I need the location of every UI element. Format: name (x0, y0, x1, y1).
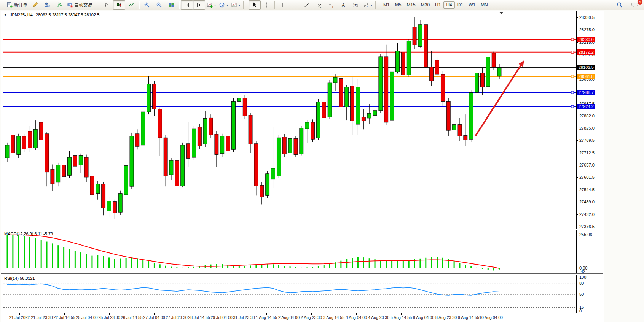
signals-button[interactable] (53, 0, 65, 10)
timeframe-button-H4[interactable]: H4 (443, 1, 454, 9)
timeframe-button-M5[interactable]: M5 (392, 1, 404, 9)
bull-candle (124, 165, 128, 195)
time-tick-mark (222, 313, 222, 315)
horizontal-line-button[interactable] (289, 0, 301, 10)
timeframe-button-W1[interactable]: W1 (466, 1, 478, 9)
timeframe-button-H1[interactable]: H1 (432, 1, 443, 9)
signal-waves-icon (56, 2, 62, 8)
periods-caret-icon[interactable]: ▾ (226, 3, 228, 7)
price-tick-label: 27657.0 (579, 163, 595, 167)
time-tick-mark (109, 313, 110, 315)
time-tick-mark (446, 313, 446, 315)
megaphone-button[interactable] (29, 0, 41, 10)
price-tag: 28102.5 (577, 65, 595, 70)
bull-candle (345, 87, 349, 107)
time-axis[interactable]: 21 Jul 202221 Jul 23:3022 Jul 14:5525 Ju… (1, 313, 603, 322)
cursor-button[interactable] (249, 0, 261, 10)
time-axis-label: 1 Aug 14:55 (256, 315, 277, 320)
main-price-pane: ▼ JPN225-,H4 28062.5 28117.5 28047.5 281… (1, 11, 603, 229)
templates-caret-icon[interactable]: ▾ (239, 3, 240, 7)
timeframe-button-M30[interactable]: M30 (418, 1, 432, 9)
timeframe-button-D1[interactable]: D1 (455, 1, 466, 9)
new-order-button[interactable]: 新订单 (5, 0, 29, 10)
line-chart-icon (128, 2, 134, 8)
time-tick-mark (401, 313, 402, 315)
templates-icon (231, 2, 237, 8)
bull-candle (469, 92, 473, 139)
time-axis-label: 5 Aug 14:55 (391, 315, 412, 320)
bear-candle (62, 165, 66, 177)
zoom-in-button[interactable] (141, 0, 153, 10)
toolbar-separator (179, 1, 179, 9)
indicators-button[interactable]: ▾ (205, 0, 217, 10)
chart-title: ▼ JPN225-,H4 28062.5 28117.5 28047.5 281… (4, 13, 99, 17)
text-label-button[interactable]: T (349, 0, 362, 10)
indicators-caret-icon[interactable]: ▾ (214, 3, 216, 7)
symbol-dropdown-icon[interactable]: ▼ (4, 13, 7, 17)
bull-candle (203, 118, 207, 144)
macd-plot[interactable] (3, 230, 576, 273)
bull-candle (96, 184, 100, 193)
timeframe-button-MN[interactable]: MN (478, 1, 491, 9)
rsi-plot[interactable] (3, 275, 576, 313)
price-tick-mark (577, 153, 578, 153)
text-label-letter: T (355, 3, 357, 7)
line-anchor[interactable] (571, 75, 574, 78)
chart-window: ▼ JPN225-,H4 28062.5 28117.5 28047.5 281… (1, 11, 604, 322)
rsi-label: RSI(14) 56.3121 (4, 276, 35, 281)
search-button[interactable] (614, 0, 626, 10)
arrows-caret-icon[interactable]: ▾ (371, 3, 372, 7)
timeframe-button-M1[interactable]: M1 (381, 1, 392, 9)
line-anchor[interactable] (571, 105, 574, 108)
periods-button[interactable]: ▾ (217, 0, 230, 10)
zoom-out-button[interactable] (153, 0, 165, 10)
tile-windows-button[interactable] (165, 0, 177, 10)
line-chart-button[interactable] (125, 0, 137, 10)
chart-shift-button[interactable] (193, 0, 205, 10)
equidistant-channel-button[interactable]: E (313, 0, 325, 10)
bear-candle (11, 135, 15, 153)
bear-candle (401, 52, 405, 75)
notifications-button[interactable]: 1 (629, 0, 641, 10)
bull-candle (486, 57, 490, 87)
main-chart-plot[interactable] (3, 11, 576, 229)
line-anchor[interactable] (571, 91, 574, 94)
bear-candle (28, 131, 32, 148)
timeframe-button-M15[interactable]: M15 (404, 1, 418, 9)
bar-chart-button[interactable] (101, 0, 113, 10)
trendline-button[interactable] (301, 0, 313, 10)
bear-candle (45, 134, 49, 172)
arrows-button[interactable]: ▾ (362, 0, 374, 10)
line-anchor[interactable] (571, 51, 574, 53)
time-tick-mark (311, 313, 312, 315)
profile-button[interactable] (41, 0, 53, 10)
time-tick-mark (356, 313, 357, 315)
text-button[interactable]: A (337, 0, 349, 10)
bull-candle (56, 165, 60, 182)
vertical-line-button[interactable] (276, 0, 289, 10)
time-axis-label: 4 Aug 04:00 (346, 315, 367, 320)
tile-windows-icon (168, 2, 174, 8)
price-tick-label: 27769.5 (579, 138, 595, 143)
toolbar-grip (246, 2, 248, 8)
time-tick-mark (64, 313, 65, 315)
bull-candle (220, 136, 224, 154)
bear-candle (152, 84, 156, 109)
fibonacci-button[interactable]: F (325, 0, 337, 10)
bear-candle (209, 118, 213, 135)
bull-candle (79, 155, 83, 165)
chart-shift-marker[interactable] (499, 12, 503, 14)
line-anchor[interactable] (571, 38, 574, 41)
bear-candle (243, 98, 247, 116)
price-axis[interactable]: 28330.528275.028218.028162.528050.027937… (576, 11, 604, 229)
bull-candle (390, 72, 394, 120)
price-tag: 28230.0 (577, 37, 595, 42)
crosshair-button[interactable] (261, 0, 273, 10)
autotrading-button[interactable]: 自动交易 (65, 0, 94, 10)
time-tick-mark (154, 313, 155, 315)
autotrading-icon (67, 2, 73, 8)
templates-button[interactable]: ▾ (230, 0, 242, 10)
auto-scroll-button[interactable] (181, 0, 193, 10)
price-tick-label: 27601.5 (579, 175, 595, 179)
candlestick-button[interactable] (113, 0, 125, 10)
